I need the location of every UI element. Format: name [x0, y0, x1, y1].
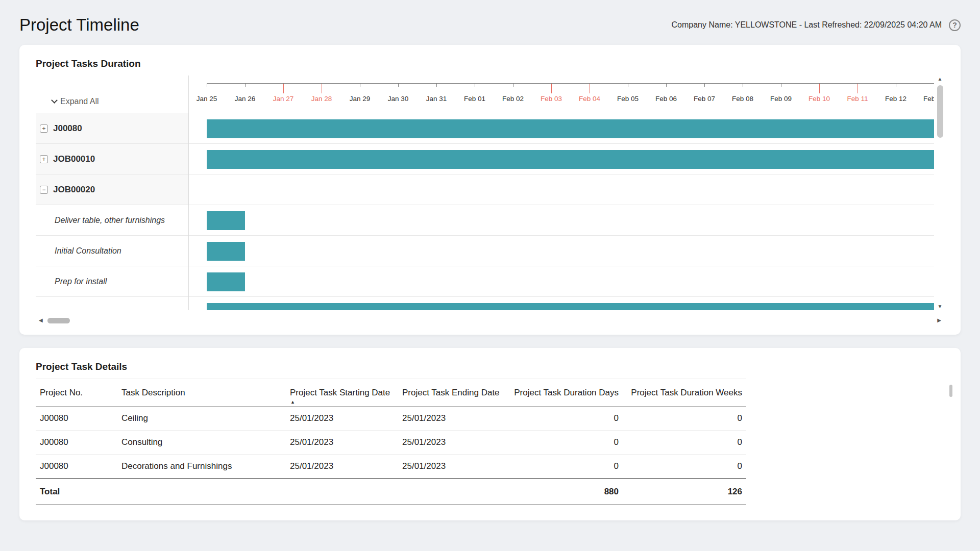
- table-cell: 0: [623, 407, 746, 431]
- company-info: Company Name: YELLOWSTONE - Last Refresh…: [672, 20, 942, 30]
- gantt-row-label-text: Prep for install: [55, 277, 107, 286]
- horizontal-scroll-thumb[interactable]: [47, 318, 70, 323]
- gantt-row-label[interactable]: +J00080: [36, 113, 188, 144]
- vertical-scroll-thumb[interactable]: [937, 85, 943, 138]
- table-cell: Ceiling: [117, 407, 286, 431]
- gantt-lane: [189, 144, 934, 174]
- column-header[interactable]: Project Task Ending Date: [398, 379, 505, 407]
- axis-tick: [513, 84, 513, 87]
- table-row[interactable]: J00080Ceiling25/01/202325/01/202300: [36, 407, 746, 431]
- table-row[interactable]: J00080Decorations and Furnishings25/01/2…: [36, 455, 746, 479]
- axis-tick: [322, 84, 322, 93]
- gantt-bar[interactable]: [207, 211, 245, 230]
- gantt-chart: Expand All Jan 25Jan 26Jan 27Jan 28Jan 2…: [36, 76, 944, 310]
- gantt-row-label-text: JOB00020: [53, 185, 95, 195]
- axis-tick: [743, 84, 743, 87]
- table-cell: J00080: [36, 407, 117, 431]
- table-cell: 0: [623, 455, 746, 479]
- axis-tick: [436, 84, 437, 87]
- table-row[interactable]: J00080Consulting25/01/202325/01/202300: [36, 431, 746, 455]
- column-header[interactable]: Project Task Duration Weeks: [623, 379, 746, 407]
- column-header[interactable]: Project Task Starting Date▲: [286, 379, 398, 407]
- details-header-row: Project No.Task DescriptionProject Task …: [36, 379, 746, 407]
- scroll-down-icon[interactable]: ▼: [938, 303, 943, 310]
- chevron-down-icon: [51, 97, 58, 104]
- total-duration-days: 880: [505, 479, 623, 505]
- axis-tick: [475, 84, 475, 87]
- expand-all-button[interactable]: Expand All: [52, 97, 99, 106]
- scroll-up-icon[interactable]: ▲: [938, 76, 943, 83]
- gantt-lane: [189, 174, 934, 205]
- gantt-lane: [189, 205, 934, 236]
- gantt-bar[interactable]: [207, 150, 934, 169]
- gantt-lanes: [189, 113, 934, 310]
- gantt-row-label: Initial Consultation: [36, 236, 188, 266]
- axis-date-label: Feb 13: [923, 95, 934, 103]
- expand-icon[interactable]: +: [40, 155, 48, 163]
- axis-date-label: Jan 29: [350, 95, 371, 103]
- axis-tick: [781, 84, 781, 87]
- axis-tick: [360, 84, 360, 87]
- gantt-lane: [189, 113, 934, 144]
- gantt-row-label[interactable]: −JOB00020: [36, 174, 188, 205]
- axis-date-label: Jan 25: [197, 95, 217, 103]
- gantt-row-label: Deliver table, other furnishings: [36, 205, 188, 236]
- gantt-row-label: Prep for install: [36, 266, 188, 297]
- gantt-row-label-text: JOB00010: [53, 154, 95, 164]
- help-icon[interactable]: ?: [949, 19, 961, 31]
- gantt-bar[interactable]: [207, 303, 934, 310]
- gantt-grid: Expand All Jan 25Jan 26Jan 27Jan 28Jan 2…: [36, 76, 934, 310]
- column-header[interactable]: Project No.: [36, 379, 117, 407]
- gantt-bar[interactable]: [207, 272, 245, 291]
- gantt-lane: [189, 236, 934, 266]
- axis-tick: [704, 84, 705, 87]
- axis-date-label: Feb 10: [808, 95, 830, 103]
- details-card-title: Project Task Details: [36, 361, 944, 372]
- axis-date-label: Feb 03: [541, 95, 562, 103]
- axis-date-label: Feb 05: [617, 95, 639, 103]
- column-header[interactable]: Project Task Duration Days: [505, 379, 623, 407]
- scroll-right-icon[interactable]: ▶: [937, 317, 941, 324]
- axis-tick: [666, 84, 667, 87]
- column-header[interactable]: Task Description: [117, 379, 286, 407]
- sort-ascending-icon: ▲: [290, 400, 295, 405]
- axis-tick: [628, 84, 628, 87]
- header-right: Company Name: YELLOWSTONE - Last Refresh…: [672, 19, 961, 31]
- page-title: Project Timeline: [19, 15, 139, 35]
- gantt-vertical-scrollbar[interactable]: ▲ ▼: [936, 76, 944, 310]
- table-cell: 25/01/2023: [286, 455, 398, 479]
- scroll-left-icon[interactable]: ◀: [39, 317, 43, 324]
- vertical-scroll-track[interactable]: [937, 83, 943, 303]
- gantt-row-label[interactable]: +JOB00010: [36, 144, 188, 174]
- column-header-label: Project Task Duration Weeks: [631, 388, 742, 397]
- gantt-bar[interactable]: [207, 242, 245, 261]
- gantt-row-label-text: J00080: [53, 123, 82, 134]
- axis-date-label: Feb 11: [847, 95, 868, 103]
- gantt-bar[interactable]: [207, 119, 934, 138]
- gantt-lane: [189, 297, 934, 310]
- axis-date-label: Jan 26: [235, 95, 256, 103]
- table-cell: 25/01/2023: [286, 407, 398, 431]
- collapse-icon[interactable]: −: [40, 186, 48, 194]
- axis-tick: [398, 84, 399, 87]
- column-header-label: Project Task Duration Days: [514, 388, 619, 397]
- axis-tick: [590, 84, 590, 93]
- axis-tick: [551, 84, 552, 93]
- column-header-label: Project No.: [40, 388, 83, 397]
- axis-tick: [896, 84, 896, 87]
- table-cell: 25/01/2023: [398, 431, 505, 455]
- table-cell: J00080: [36, 455, 117, 479]
- gantt-row-label: [36, 297, 188, 310]
- table-cell: Decorations and Furnishings: [117, 455, 286, 479]
- details-card: Project Task Details Project No.Task Des…: [19, 348, 961, 520]
- table-cell: 0: [505, 407, 623, 431]
- axis-tick: [207, 84, 207, 87]
- gantt-left-header: Expand All: [36, 76, 189, 113]
- table-cell: Consulting: [117, 431, 286, 455]
- expand-icon[interactable]: +: [40, 124, 48, 133]
- gantt-row-label-text: Initial Consultation: [55, 246, 121, 256]
- gantt-card-title: Project Tasks Duration: [36, 58, 944, 69]
- details-scroll-thumb[interactable]: [949, 385, 952, 397]
- axis-date-label: Feb 12: [885, 95, 906, 103]
- gantt-horizontal-scrollbar[interactable]: ◀ ▶: [36, 316, 944, 324]
